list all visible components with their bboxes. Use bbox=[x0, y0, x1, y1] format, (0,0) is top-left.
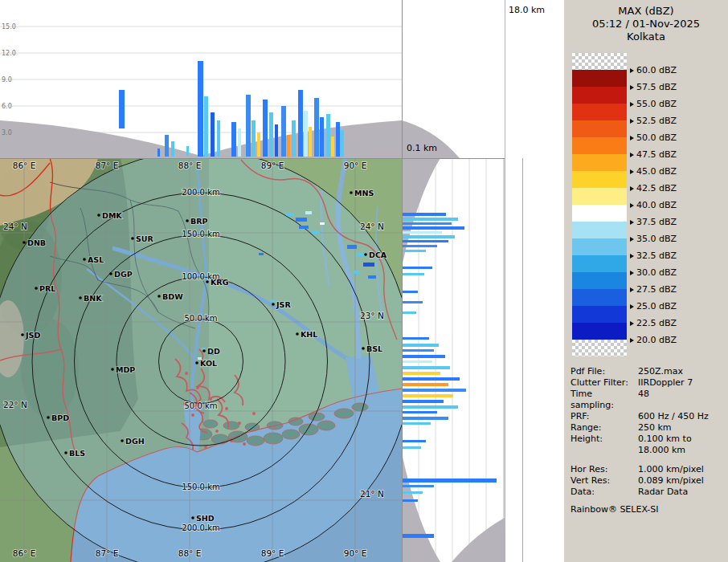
legend-threshold-label: 47.5 dBZ bbox=[636, 149, 677, 160]
city-label: DGH bbox=[125, 437, 145, 446]
echo-cell bbox=[259, 253, 264, 255]
metadata-field-value: 600 Hz / 450 Hz bbox=[638, 411, 725, 422]
echo-profile-bar bbox=[402, 222, 452, 225]
echo-profile-bar bbox=[331, 136, 334, 157]
brand-footer: Rainbow® SELEX-SI bbox=[571, 504, 659, 515]
echo-profile-bar bbox=[402, 400, 444, 403]
axis-bottom-height-label: 0.1 km bbox=[407, 143, 437, 153]
metadata-field-value: 0.089 km/pixel bbox=[638, 475, 725, 487]
latitude-label: 24° N bbox=[3, 222, 27, 231]
panel-separator bbox=[505, 0, 505, 562]
legend-band bbox=[572, 222, 627, 238]
longitude-label: 90° E bbox=[344, 161, 367, 170]
echo-cell bbox=[368, 275, 376, 279]
longitude-label: 89° E bbox=[261, 548, 284, 558]
city-dot bbox=[350, 191, 353, 194]
metadata-field-label: Data: bbox=[571, 487, 638, 498]
city-label: ASL bbox=[88, 255, 104, 264]
city-label: JSD bbox=[25, 331, 40, 340]
top-profile-panel: 15.012.09.06.03.0 bbox=[0, 0, 402, 158]
metadata-field-value: 250 km bbox=[638, 422, 725, 434]
height-tick-label: 15.0 bbox=[2, 23, 16, 31]
legend-threshold-label: 22.5 dBZ bbox=[636, 318, 677, 328]
echo-profile-bar bbox=[171, 141, 174, 157]
legend-tick-icon bbox=[630, 68, 634, 73]
legend-panel: MAX (dBZ) 05:12 / 01-Nov-2025 Kolkata 60… bbox=[564, 0, 728, 562]
city-dot bbox=[131, 237, 134, 240]
legend-band bbox=[572, 70, 627, 87]
city-label: BLS bbox=[69, 449, 85, 458]
metadata-field-label: Range: bbox=[571, 422, 638, 434]
metadata-field-label bbox=[571, 445, 638, 456]
legend-tick-icon bbox=[630, 169, 634, 174]
city-dot bbox=[47, 416, 50, 419]
legend-band bbox=[572, 120, 627, 137]
top-profile-plot: 15.012.09.06.03.0 bbox=[0, 0, 402, 158]
legend-label-row: 20.0 dBZ bbox=[630, 335, 677, 345]
echo-cell bbox=[357, 253, 365, 256]
echo-profile-bar bbox=[263, 100, 268, 157]
city-dot bbox=[157, 295, 161, 298]
city-label: BRP bbox=[190, 217, 208, 226]
height-tick-label: 12.0 bbox=[2, 50, 16, 57]
range-ring-label: 200.0 km bbox=[182, 523, 219, 532]
echo-profile-bar bbox=[402, 479, 497, 483]
echo-profile-bar bbox=[217, 120, 220, 157]
echo-profile-bar bbox=[402, 499, 418, 502]
metadata-row: Vert Res:0.089 km/pixel bbox=[571, 475, 725, 487]
echo-profile-bar bbox=[341, 130, 344, 157]
legend-tick-icon bbox=[630, 321, 634, 326]
legend-tick-icon bbox=[630, 136, 634, 140]
echo-profile-bar bbox=[314, 98, 319, 157]
metadata-field-value: Radar Data bbox=[638, 487, 725, 498]
echo-cell bbox=[286, 213, 294, 216]
corner-axis-plot bbox=[402, 0, 505, 158]
echo-profile-bar bbox=[165, 135, 169, 157]
range-ring-label: 50.0 km bbox=[185, 314, 218, 323]
range-ring-label: 150.0 km bbox=[182, 230, 219, 238]
metadata-table: Pdf File:250Z.maxClutter Filter:IIRDoppl… bbox=[571, 366, 725, 498]
legend-tick-icon bbox=[630, 119, 634, 124]
echo-profile-bar bbox=[186, 146, 189, 156]
legend-label-row: 35.0 dBZ bbox=[630, 234, 677, 244]
echo-profile-bar bbox=[402, 405, 458, 409]
legend-band bbox=[572, 238, 627, 255]
legend-band bbox=[572, 104, 627, 120]
legend-band bbox=[572, 289, 627, 306]
echo-cell bbox=[305, 211, 312, 214]
panel-separator bbox=[0, 158, 505, 159]
echo-profile-bar bbox=[157, 149, 160, 157]
city-dot bbox=[111, 368, 114, 371]
longitude-label: 89° E bbox=[261, 161, 284, 170]
legend-threshold-label: 25.0 dBZ bbox=[636, 301, 677, 312]
longitude-label: 87° E bbox=[96, 548, 119, 558]
metadata-row: 18.000 km bbox=[571, 445, 725, 456]
city-dot bbox=[186, 219, 189, 222]
city-dot bbox=[364, 253, 367, 256]
echo-profile-bar bbox=[320, 117, 324, 157]
legend-label-row: 30.0 dBZ bbox=[630, 267, 677, 278]
echo-profile-bar bbox=[402, 355, 445, 358]
range-ring-label: 200.0 km bbox=[182, 188, 219, 197]
echo-profile-bar bbox=[402, 312, 416, 314]
range-ring-label: 150.0 km bbox=[182, 483, 219, 491]
legend-label-row: 42.5 dBZ bbox=[630, 183, 677, 193]
legend-label-row: 45.0 dBZ bbox=[630, 166, 677, 177]
longitude-label: 90° E bbox=[344, 548, 367, 558]
echo-profile-bar bbox=[402, 231, 442, 234]
metadata-row: Clutter Filter:IIRDoppler 7 bbox=[571, 377, 725, 389]
legend-band-transparent bbox=[572, 53, 627, 70]
legend-threshold-label: 32.5 dBZ bbox=[636, 250, 677, 261]
echo-profile-bar bbox=[402, 422, 431, 425]
metadata-field-label: Time sampling: bbox=[571, 389, 638, 411]
echo-profile-bar bbox=[309, 127, 312, 157]
legend-threshold-label: 35.0 dBZ bbox=[636, 234, 677, 244]
legend-label-row: 55.0 dBZ bbox=[630, 99, 677, 109]
city-dot bbox=[21, 333, 24, 336]
height-tick-label: 3.0 bbox=[2, 129, 12, 136]
legend-label-row: 60.0 dBZ bbox=[630, 65, 677, 75]
legend-label-row: 40.0 dBZ bbox=[630, 200, 677, 210]
city-dot bbox=[64, 451, 67, 454]
echo-cell bbox=[312, 230, 320, 234]
echo-profile-bar bbox=[269, 112, 273, 157]
